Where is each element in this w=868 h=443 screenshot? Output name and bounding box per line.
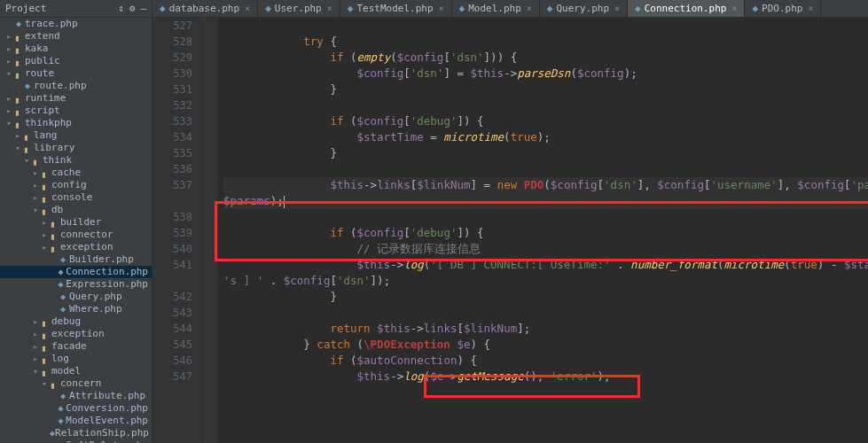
close-icon[interactable]: × <box>614 4 620 13</box>
tree-folder[interactable]: ▸▖kaka <box>0 43 152 55</box>
tab-pdo[interactable]: ◆PDO.php× <box>745 0 821 17</box>
gear-icon[interactable]: ⚙ <box>129 3 136 14</box>
tab-user[interactable]: ◆User.php× <box>258 0 340 17</box>
code-editor[interactable]: 5275285295305315325335345355365375385395… <box>152 18 868 443</box>
project-tree[interactable]: ◆trace.php▸▖extend▸▖kaka▸▖public▾▖route◆… <box>0 18 152 443</box>
sort-icon[interactable]: ⇕ <box>118 3 124 14</box>
close-icon[interactable]: × <box>527 4 532 13</box>
close-icon[interactable]: × <box>731 4 737 13</box>
tree-file[interactable]: ◆Connection.php <box>0 266 152 278</box>
tree-folder[interactable]: ▸▖runtime <box>0 92 152 105</box>
tree-folder[interactable]: ▸▖lang <box>0 129 152 142</box>
tree-folder[interactable]: ▸▖extend <box>0 30 152 43</box>
tree-folder[interactable]: ▸▖connector <box>0 229 152 241</box>
tree-folder[interactable]: ▸▖exception <box>0 241 152 253</box>
main-area: ◆database.php×◆User.php×◆TestModel.php×◆… <box>152 0 868 443</box>
tree-folder[interactable]: ▾▖thinkphp <box>0 117 152 129</box>
tree-file[interactable]: ◆Where.php <box>0 303 152 315</box>
tree-folder[interactable]: ▸▖debug <box>0 315 152 328</box>
tab-testmodel[interactable]: ◆TestModel.php× <box>340 0 452 17</box>
tree-folder[interactable]: ▸▖facade <box>0 340 152 353</box>
close-icon[interactable]: × <box>439 4 444 13</box>
tree-folder[interactable]: ▾▖model <box>0 365 152 377</box>
tree-file[interactable]: ◆Attribute.php <box>0 390 152 402</box>
tree-folder[interactable]: ▸▖script <box>0 105 152 117</box>
tree-folder[interactable]: ▾▖think <box>0 154 152 167</box>
collapse-icon[interactable]: — <box>140 3 146 14</box>
tab-connection[interactable]: ◆Connection.php× <box>628 0 745 17</box>
tree-folder[interactable]: ▸▖public <box>0 55 152 67</box>
tree-folder[interactable]: ▸▖exception <box>0 328 152 340</box>
tree-file[interactable]: ◆RelationShip.php <box>0 427 152 439</box>
tree-folder[interactable]: ▾▖route <box>0 67 152 80</box>
editor-tabs: ◆database.php×◆User.php×◆TestModel.php×◆… <box>152 0 868 18</box>
tree-file[interactable]: ◆trace.php <box>0 18 152 30</box>
tree-file[interactable]: ◆ModelEvent.php <box>0 415 152 427</box>
close-icon[interactable]: × <box>808 4 813 13</box>
tree-folder[interactable]: ▸▖cache <box>0 167 152 179</box>
tree-file[interactable]: ◆Query.php <box>0 291 152 303</box>
close-icon[interactable]: × <box>245 4 250 13</box>
tree-file[interactable]: ◆Builder.php <box>0 253 152 266</box>
tree-file[interactable]: ◆SoftDelete.php <box>0 439 152 443</box>
tab-database[interactable]: ◆database.php× <box>152 0 258 17</box>
tree-folder[interactable]: ▾▖db <box>0 204 152 216</box>
tree-folder[interactable]: ▸▖console <box>0 191 152 204</box>
tab-model[interactable]: ◆Model.php× <box>452 0 540 17</box>
tree-file[interactable]: ◆Conversion.php <box>0 402 152 415</box>
tree-file[interactable]: ◆route.php <box>0 80 152 92</box>
tree-folder[interactable]: ▾▖library <box>0 142 152 154</box>
tree-folder[interactable]: ▸▖log <box>0 353 152 365</box>
tree-folder[interactable]: ▸▖builder <box>0 216 152 229</box>
close-icon[interactable]: × <box>327 4 332 13</box>
tab-query[interactable]: ◆Query.php× <box>540 0 628 17</box>
line-gutter: 5275285295305315325335345355365375385395… <box>152 18 206 443</box>
sidebar-header: Project ⇕ ⚙ — <box>0 0 152 18</box>
tree-folder[interactable]: ▸▖config <box>0 179 152 191</box>
tree-folder[interactable]: ▾▖concern <box>0 377 152 390</box>
fold-column <box>206 18 218 443</box>
code-area[interactable]: try { if (empty($config['dsn'])) { $conf… <box>218 18 868 443</box>
project-sidebar: Project ⇕ ⚙ — ◆trace.php▸▖extend▸▖kaka▸▖… <box>0 0 152 443</box>
project-title: Project <box>5 3 46 14</box>
tree-file[interactable]: ◆Expression.php <box>0 278 152 291</box>
